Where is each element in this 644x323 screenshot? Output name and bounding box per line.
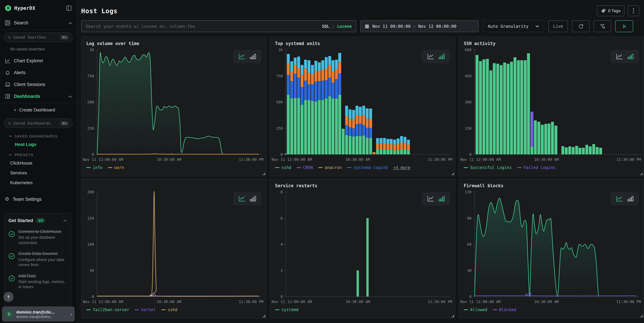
event-search-input[interactable] xyxy=(86,24,322,29)
legend-item[interactable]: anacron xyxy=(318,165,342,170)
line-chart-view-icon[interactable] xyxy=(238,195,246,202)
panel-untitled: 050100150200Nov 11 12:00:00 AM10:30:00 A… xyxy=(81,179,266,318)
create-dashboard-button[interactable]: + Create Dashboard xyxy=(0,104,77,116)
chart-plot[interactable]: 02505007501KNov 11 12:00:00 AM10:30:00 A… xyxy=(82,47,266,164)
legend-item[interactable]: warn xyxy=(108,165,124,170)
legend-item[interactable]: kernel xyxy=(135,307,156,312)
panel-service-restarts: Service restarts02468Nov 11 12:00:00 AM1… xyxy=(270,179,455,318)
legend-item[interactable]: sshd xyxy=(275,165,291,170)
chart-plot[interactable]: 050100150200Nov 11 12:00:00 AM10:30:00 A… xyxy=(82,189,266,306)
sidebar-item-search[interactable]: Search xyxy=(0,17,77,29)
date-range-picker[interactable]: Nov 11 00:00:00 - Nov 12 00:00:00 xyxy=(360,20,478,32)
saved-dashboards-input[interactable] xyxy=(13,121,58,126)
panel-resize-handle[interactable] xyxy=(263,173,265,175)
legend-item[interactable]: systemd-logind xyxy=(347,165,388,170)
section-label: SAVED DASHBOARDS xyxy=(14,134,58,138)
granularity-select[interactable]: Auto Granularity xyxy=(483,20,544,32)
legend-label: anacron xyxy=(325,165,342,170)
legend-item[interactable]: sshd xyxy=(161,307,178,312)
bar-chart-view-icon[interactable] xyxy=(438,53,445,60)
legend-more-link[interactable]: +4 more xyxy=(393,165,410,170)
svg-text:0: 0 xyxy=(280,294,283,299)
panel-resize-handle[interactable] xyxy=(640,173,643,175)
chart-view-toggle xyxy=(233,50,262,63)
get-started-step-connect[interactable]: Connect to ClickHouse Set up your databa… xyxy=(8,229,67,246)
svg-text:500: 500 xyxy=(276,100,283,104)
get-started-step-sources[interactable]: Create Data Sources Configure where your… xyxy=(8,251,67,268)
svg-text:60: 60 xyxy=(467,242,472,246)
sidebar-item-client-sessions[interactable]: Client Sessions xyxy=(0,79,77,90)
legend-item[interactable]: systemd xyxy=(275,307,298,312)
svg-text:250: 250 xyxy=(87,126,94,131)
saved-dashboards-search[interactable]: ⌘K xyxy=(4,119,73,128)
section-saved-dashboards[interactable]: SAVED DASHBOARDS xyxy=(0,131,77,140)
user-menu[interactable]: D dominic.tran@clic... dominic.tran@clic… xyxy=(2,306,75,322)
saved-searches-search[interactable]: ⌘K xyxy=(4,33,73,42)
svg-text:11:30:00 PM: 11:30:00 PM xyxy=(239,157,264,162)
svg-text:10:30:00 AM: 10:30:00 AM xyxy=(345,157,370,162)
step-desc: Set up your database connection xyxy=(18,235,67,246)
chevron-down-icon xyxy=(536,25,539,28)
panel-menu-button[interactable] xyxy=(628,6,639,16)
chart-plot[interactable]: 02468Nov 11 12:00:00 AM10:30:00 AM11:30:… xyxy=(270,189,455,306)
chevron-up-icon[interactable] xyxy=(68,20,72,25)
preset-kubernetes[interactable]: Kubernetes xyxy=(0,178,77,188)
legend-label: CRON xyxy=(303,165,313,170)
bar-chart-view-icon[interactable] xyxy=(627,195,634,202)
saved-searches-input[interactable] xyxy=(13,35,58,40)
panel-resize-handle[interactable] xyxy=(263,315,265,317)
sidebar-collapse-icon[interactable] xyxy=(66,6,72,11)
panel-resize-handle[interactable] xyxy=(640,315,643,317)
bar-chart-view-icon[interactable] xyxy=(438,195,445,202)
chevron-up-icon[interactable] xyxy=(63,217,67,223)
step-title: Connect to ClickHouse xyxy=(18,229,67,234)
chart-plot[interactable]: 0150300450600Nov 11 12:00:00 AM10:30:00 … xyxy=(459,47,644,164)
step-title: Create Data Sources xyxy=(18,251,67,257)
legend-item[interactable]: Failed Logins xyxy=(517,165,556,170)
lucene-mode-toggle[interactable]: Lucene xyxy=(337,24,352,29)
sidebar-item-dashboards[interactable]: Dashboards xyxy=(0,90,77,102)
preset-services[interactable]: Services xyxy=(0,168,77,178)
live-label: Live xyxy=(553,24,563,29)
get-started-title: Get Started xyxy=(8,218,33,223)
panel-resize-handle[interactable] xyxy=(452,315,454,317)
sidebar-item-team-settings[interactable]: ⚙ Team Settings xyxy=(0,194,77,205)
legend-item[interactable]: info xyxy=(86,165,102,170)
line-chart-view-icon[interactable] xyxy=(427,195,434,202)
filter-button[interactable] xyxy=(594,20,611,32)
help-button[interactable]: ? xyxy=(4,292,14,302)
line-chart-view-icon[interactable] xyxy=(616,195,623,202)
preset-clickhouse[interactable]: ClickHouse xyxy=(0,158,77,168)
legend-item[interactable]: Blocked xyxy=(493,307,516,312)
get-started-step-add-data[interactable]: Add Data Start sending logs, metrics, or… xyxy=(8,273,67,290)
chart-plot[interactable]: 0306090120Nov 11 12:00:00 AM10:30:00 AM1… xyxy=(459,189,644,306)
chart-plot[interactable]: 02505007501KNov 11 12:00:00 AM10:30:00 A… xyxy=(270,47,455,164)
chevron-right-icon: › xyxy=(70,311,72,317)
refresh-button[interactable] xyxy=(572,20,590,32)
legend-item[interactable]: CRON xyxy=(297,165,313,170)
live-button[interactable]: Live xyxy=(548,20,568,32)
chevron-up-icon[interactable] xyxy=(68,94,72,99)
bar-chart-view-icon[interactable] xyxy=(250,53,256,60)
app-viewport: HyperDX Search ⌘K xyxy=(0,0,644,323)
bar-chart-view-icon[interactable] xyxy=(627,53,634,60)
bar-chart-view-icon[interactable] xyxy=(250,195,256,202)
legend-item[interactable]: fail2ban-server xyxy=(86,307,130,312)
event-search-box[interactable]: SQL | Lucene xyxy=(81,20,356,32)
panel-resize-handle[interactable] xyxy=(452,173,454,175)
sql-mode-toggle[interactable]: SQL xyxy=(322,24,329,29)
legend-label: Failed Logins xyxy=(524,165,556,170)
sidebar-item-chart-explorer[interactable]: Chart Explorer xyxy=(0,55,77,67)
line-chart-view-icon[interactable] xyxy=(616,53,623,60)
sidebar-item-alerts[interactable]: Alerts xyxy=(0,67,77,79)
legend-item[interactable]: Allowed xyxy=(464,307,487,312)
run-query-button[interactable] xyxy=(615,20,633,32)
line-chart-view-icon[interactable] xyxy=(238,53,246,60)
shortcut-badge: ⌘K xyxy=(60,121,69,126)
section-presets[interactable]: PRESETS xyxy=(0,149,77,158)
svg-text:2: 2 xyxy=(280,268,283,273)
tags-button[interactable]: 0 Tags xyxy=(597,6,624,16)
saved-dashboard-host-logs[interactable]: Host Logs xyxy=(0,140,77,149)
legend-item[interactable]: Successful Logins xyxy=(464,165,512,170)
line-chart-view-icon[interactable] xyxy=(427,53,434,60)
